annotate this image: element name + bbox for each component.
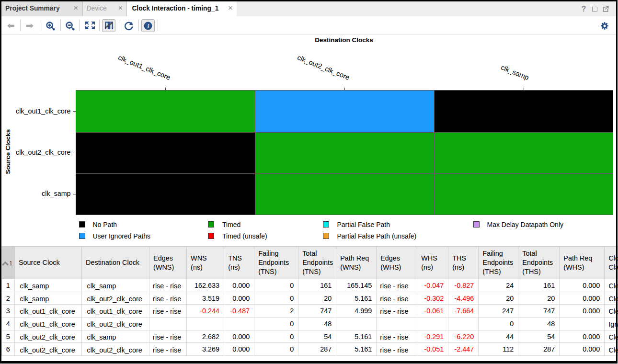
svg-text:i: i — [148, 23, 149, 30]
